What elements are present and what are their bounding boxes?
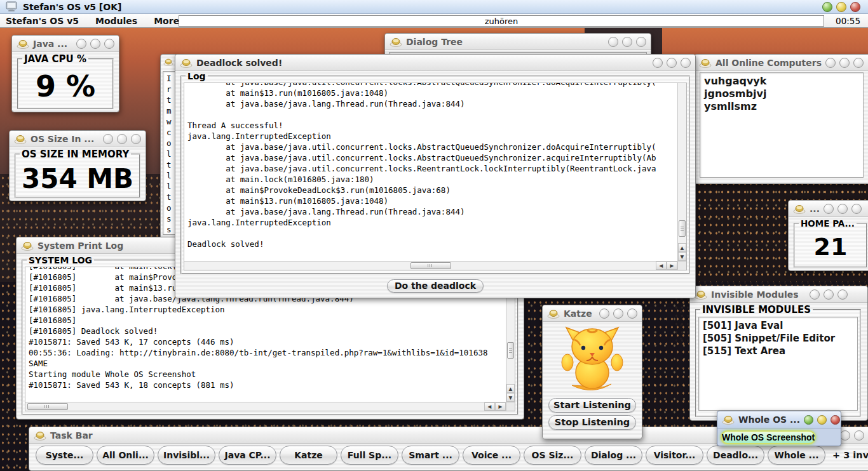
- coffee-icon: [390, 37, 402, 47]
- taskbar-button[interactable]: Deadlo...: [707, 446, 764, 465]
- window-title-bar[interactable]: Whole OS ...: [717, 411, 841, 428]
- window-button-2[interactable]: [613, 308, 623, 319]
- do-the-deadlock-button[interactable]: Do the deadlock: [387, 279, 484, 293]
- start-listening-button[interactable]: Start Listening: [548, 398, 636, 413]
- window-title-bar[interactable]: Java ...: [12, 36, 119, 52]
- os-window-button-yellow[interactable]: [836, 2, 846, 12]
- taskbar-button[interactable]: Invisibl...: [158, 446, 215, 465]
- window-button-1[interactable]: [103, 134, 113, 144]
- window-title-bar[interactable]: OS Size In ...: [10, 131, 146, 147]
- window-button-1[interactable]: [608, 37, 618, 47]
- window-button-3[interactable]: [853, 58, 864, 68]
- scrollbar-thumb[interactable]: [27, 403, 68, 410]
- window-button-1[interactable]: [825, 58, 836, 68]
- scroll-up-button[interactable]: ▲: [678, 243, 686, 252]
- scrollbar-thumb[interactable]: [410, 262, 451, 269]
- screen: Stefan's OS v5 [OK] Stefan's OS v5 Modul…: [0, 0, 868, 471]
- window-button-3[interactable]: [681, 58, 691, 68]
- scrollbar-thumb[interactable]: [679, 220, 686, 237]
- window-button-red[interactable]: [831, 415, 840, 425]
- window-title: Dialog Tree: [406, 37, 463, 47]
- taskbar-button[interactable]: Visitor...: [646, 446, 703, 465]
- window-button-3[interactable]: [131, 134, 141, 144]
- coffee-icon: [21, 241, 34, 251]
- window-button-3[interactable]: [837, 289, 848, 300]
- window-whole-os: Whole OS ... Whole OS Screenshot: [717, 411, 841, 446]
- window-button-2[interactable]: [840, 430, 850, 441]
- computer-list-item[interactable]: vuhgaqvyk: [703, 75, 863, 88]
- horizontal-scrollbar[interactable]: ◀ ▶: [184, 261, 677, 270]
- window-button-3[interactable]: [636, 37, 646, 47]
- window-title-bar[interactable]: All Online Computers: [695, 55, 868, 71]
- window-button-3[interactable]: [104, 39, 114, 49]
- os-window-button-red[interactable]: [850, 2, 860, 12]
- window-title-bar[interactable]: Dialog Tree: [385, 34, 651, 50]
- deadlock-log-text-area[interactable]: at java.base/java.util.concurrent.locks.…: [184, 83, 687, 270]
- taskbar-button[interactable]: Full Sp...: [341, 446, 398, 465]
- whole-os-screenshot-button[interactable]: Whole OS Screenshot: [721, 430, 816, 444]
- window-button-3[interactable]: [851, 204, 862, 214]
- cat-image: [543, 322, 642, 395]
- window-title-bar[interactable]: Invisible Modules: [690, 286, 867, 303]
- window-button-2[interactable]: [824, 289, 834, 300]
- menu-stefans-os[interactable]: Stefan's OS v5: [6, 16, 79, 26]
- os-window-button-green[interactable]: [822, 2, 832, 12]
- taskbar-button[interactable]: Java CP...: [219, 446, 276, 465]
- scroll-up-button[interactable]: ▲: [506, 384, 515, 393]
- menu-more[interactable]: More: [154, 16, 179, 26]
- scroll-down-button[interactable]: ▼: [506, 393, 515, 402]
- window-button-2[interactable]: [622, 37, 632, 47]
- window-button-1[interactable]: [810, 289, 820, 300]
- module-list-item[interactable]: [501] Java Eval: [702, 319, 857, 332]
- scroll-left-button[interactable]: ◀: [656, 262, 667, 270]
- taskbar-button[interactable]: Katze: [280, 446, 337, 465]
- taskbar-button[interactable]: Voice ...: [463, 446, 520, 465]
- log-line: [#1016805]: [29, 315, 506, 326]
- window-title-bar[interactable]: ...: [789, 201, 868, 217]
- window-button-1[interactable]: [653, 58, 663, 68]
- log-line: Thread A successful!: [187, 120, 677, 131]
- window-button-2[interactable]: [667, 58, 677, 68]
- window-button-3[interactable]: [627, 308, 637, 319]
- scrollbar-thumb[interactable]: [507, 342, 514, 359]
- log-line: [187, 109, 677, 120]
- scroll-right-button[interactable]: ▶: [667, 262, 677, 270]
- scroll-left-button[interactable]: ◀: [484, 402, 495, 411]
- window-button-green[interactable]: [804, 415, 813, 425]
- module-list-item[interactable]: [515] Text Area: [702, 345, 857, 357]
- scroll-down-button[interactable]: ▼: [678, 252, 686, 261]
- window-title: System Print Log: [37, 241, 123, 251]
- menu-modules[interactable]: Modules: [95, 16, 137, 26]
- window-button-1[interactable]: [824, 204, 834, 214]
- module-list-item[interactable]: [505] Snippet/File Editor: [702, 332, 857, 345]
- scrollbar-corner: [677, 261, 686, 270]
- window-button-1[interactable]: [76, 39, 86, 49]
- window-button-2[interactable]: [90, 39, 100, 49]
- window-button-2[interactable]: [837, 204, 848, 214]
- window-button-2[interactable]: [117, 134, 127, 144]
- window-button-1[interactable]: [599, 308, 609, 319]
- taskbar-button[interactable]: OS Siz...: [524, 446, 581, 465]
- coffee-icon: [547, 308, 560, 319]
- group-label: INVISIBLE MODULES: [700, 304, 813, 315]
- taskbar-button[interactable]: All Onli...: [97, 446, 154, 465]
- window-button-yellow[interactable]: [817, 415, 827, 425]
- taskbar-button[interactable]: Smart ...: [402, 446, 459, 465]
- window-title-bar[interactable]: Deadlock solved!: [175, 55, 695, 71]
- computer-list-item[interactable]: jgnosmbjvj: [703, 88, 863, 100]
- menu-bar: Stefan's OS v5 Modules More 00:55: [0, 14, 868, 28]
- voice-status-input[interactable]: [179, 15, 824, 27]
- scroll-right-button[interactable]: ▶: [495, 402, 506, 411]
- vertical-scrollbar[interactable]: ▲ ▼: [677, 83, 686, 261]
- window-title-bar[interactable]: Katze: [543, 305, 642, 322]
- log-line: [#1016805] java.lang.InterruptedExceptio…: [29, 304, 506, 315]
- taskbar-button[interactable]: Syste...: [36, 446, 93, 465]
- window-title: Deadlock solved!: [196, 58, 282, 68]
- taskbar-button[interactable]: Whole ...: [768, 446, 825, 465]
- stop-listening-button[interactable]: Stop Listening: [548, 415, 636, 430]
- taskbar-button[interactable]: Dialog ...: [585, 446, 642, 465]
- horizontal-scrollbar[interactable]: ◀ ▶: [25, 402, 506, 411]
- computer-list-item[interactable]: ysmllsmz: [703, 100, 863, 113]
- window-button-3[interactable]: [854, 430, 864, 441]
- window-button-2[interactable]: [839, 58, 850, 68]
